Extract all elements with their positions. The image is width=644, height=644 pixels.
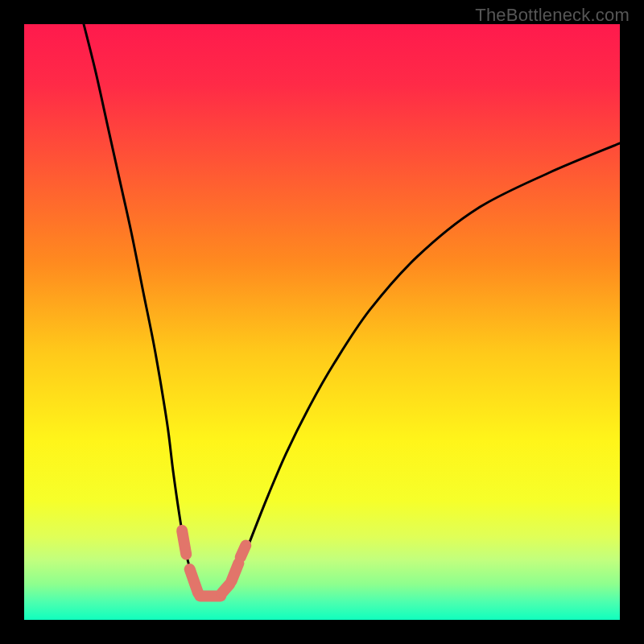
marker-segment	[182, 530, 186, 555]
marker-segment	[190, 569, 198, 593]
plot-area	[24, 24, 620, 620]
curve-layer	[24, 24, 620, 620]
marker-segment	[232, 564, 239, 581]
chart-container: TheBottleneck.com	[0, 0, 644, 644]
marker-segment	[241, 546, 246, 558]
bottleneck-curve	[84, 24, 620, 600]
watermark-text: TheBottleneck.com	[475, 5, 630, 26]
marker-segments	[182, 530, 246, 596]
